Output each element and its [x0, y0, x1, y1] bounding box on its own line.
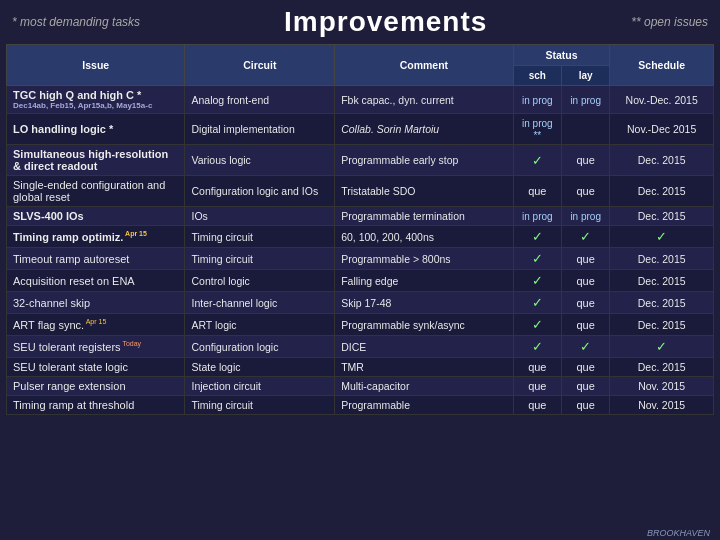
cell-lay: in prog	[561, 207, 609, 226]
cell-sch: in prog	[513, 86, 561, 114]
col-comment: Comment	[335, 45, 513, 86]
cell-lay: ✓	[561, 336, 609, 358]
table-row: SLVS-400 IOsIOsProgrammable terminationi…	[7, 207, 714, 226]
cell-schedule: Dec. 2015	[610, 145, 714, 176]
table-row: LO handling logic *Digital implementatio…	[7, 114, 714, 145]
super-text: Apr 15	[84, 318, 106, 325]
check-icon: ✓	[580, 339, 591, 354]
cell-schedule: Dec. 2015	[610, 248, 714, 270]
header: * most demanding tasks Improvements ** o…	[0, 0, 720, 44]
cell-issue: SLVS-400 IOs	[7, 207, 185, 226]
cell-comment: Falling edge	[335, 270, 513, 292]
cell-lay: que	[561, 248, 609, 270]
cell-sch: ✓	[513, 336, 561, 358]
cell-sch: que	[513, 358, 561, 377]
check-icon: ✓	[532, 153, 543, 168]
header-title: Improvements	[284, 6, 487, 38]
que-text: que	[576, 399, 594, 411]
cell-sch: in prog	[513, 207, 561, 226]
cell-sch: ✓	[513, 145, 561, 176]
table-row: SEU tolerant state logicState logicTMRqu…	[7, 358, 714, 377]
in-prog-text: in prog	[522, 211, 553, 222]
in-prog-text: in prog	[570, 95, 601, 106]
cell-circuit: Control logic	[185, 270, 335, 292]
cell-issue: Timing ramp at threshold	[7, 396, 185, 415]
cell-comment: DICE	[335, 336, 513, 358]
cell-comment: Collab. Sorin Martoiu	[335, 114, 513, 145]
table-row: Single-ended configuration and global re…	[7, 176, 714, 207]
table-row: ART flag sync. Apr 15ART logicProgrammab…	[7, 314, 714, 336]
cell-sch: ✓	[513, 292, 561, 314]
cell-circuit: Digital implementation	[185, 114, 335, 145]
cell-circuit: Configuration logic and IOs	[185, 176, 335, 207]
table-row: 32-channel skipInter-channel logicSkip 1…	[7, 292, 714, 314]
cell-circuit: Inter-channel logic	[185, 292, 335, 314]
table-row: Acquisition reset on ENAControl logicFal…	[7, 270, 714, 292]
header-right-note: ** open issues	[631, 15, 708, 29]
check-icon: ✓	[532, 339, 543, 354]
col-schedule: Schedule	[610, 45, 714, 86]
cell-comment: Programmable > 800ns	[335, 248, 513, 270]
cell-sch: que	[513, 176, 561, 207]
cell-sch: in prog **	[513, 114, 561, 145]
cell-sch: ✓	[513, 226, 561, 248]
cell-issue: Simultaneous high-resolution & direct re…	[7, 145, 185, 176]
cell-issue: ART flag sync. Apr 15	[7, 314, 185, 336]
table-row: Simultaneous high-resolution & direct re…	[7, 145, 714, 176]
cell-circuit: Injection circuit	[185, 377, 335, 396]
cell-schedule: Dec. 2015	[610, 358, 714, 377]
check-icon: ✓	[532, 317, 543, 332]
check-icon: ✓	[532, 229, 543, 244]
cell-issue: LO handling logic *	[7, 114, 185, 145]
cell-comment: Programmable termination	[335, 207, 513, 226]
cell-lay: que	[561, 358, 609, 377]
col-status: Status	[513, 45, 610, 66]
cell-circuit: Timing circuit	[185, 226, 335, 248]
cell-issue: TGC high Q and high C *Dec14ab, Feb15, A…	[7, 86, 185, 114]
cell-issue: SEU tolerant state logic	[7, 358, 185, 377]
in-prog-text: in prog **	[522, 118, 553, 141]
que-text: que	[576, 380, 594, 392]
col-circuit: Circuit	[185, 45, 335, 86]
cell-schedule: Nov. 2015	[610, 396, 714, 415]
cell-schedule: ✓	[610, 226, 714, 248]
cell-comment: Tristatable SDO	[335, 176, 513, 207]
cell-schedule: Nov. 2015	[610, 377, 714, 396]
cell-lay	[561, 114, 609, 145]
check-icon: ✓	[532, 273, 543, 288]
cell-issue: Single-ended configuration and global re…	[7, 176, 185, 207]
col-issue: Issue	[7, 45, 185, 86]
in-prog-text: in prog	[522, 95, 553, 106]
cell-circuit: Various logic	[185, 145, 335, 176]
que-text: que	[576, 275, 594, 287]
cell-sch: que	[513, 396, 561, 415]
header-left-note: * most demanding tasks	[12, 15, 140, 29]
cell-comment: Fbk capac., dyn. current	[335, 86, 513, 114]
cell-lay: ✓	[561, 226, 609, 248]
check-icon: ✓	[656, 229, 667, 244]
que-text: que	[528, 380, 546, 392]
issue-sub: Dec14ab, Feb15, Apr15a,b, May15a-c	[13, 101, 178, 110]
super-today: Today	[121, 340, 142, 347]
cell-schedule: Dec. 2015	[610, 207, 714, 226]
check-icon: ✓	[532, 251, 543, 266]
que-text: que	[528, 185, 546, 197]
que-text: que	[576, 361, 594, 373]
check-icon: ✓	[532, 295, 543, 310]
que-text: que	[576, 154, 594, 166]
col-lay: lay	[561, 66, 609, 86]
cell-issue: Pulser range extension	[7, 377, 185, 396]
cell-schedule: Nov.-Dec. 2015	[610, 86, 714, 114]
cell-comment: Multi-capacitor	[335, 377, 513, 396]
cell-issue: Timing ramp optimiz. Apr 15	[7, 226, 185, 248]
main-page: * most demanding tasks Improvements ** o…	[0, 0, 720, 540]
cell-sch: ✓	[513, 270, 561, 292]
que-text: que	[576, 319, 594, 331]
cell-circuit: Timing circuit	[185, 248, 335, 270]
cell-schedule: Dec. 2015	[610, 176, 714, 207]
cell-comment: TMR	[335, 358, 513, 377]
cell-lay: que	[561, 396, 609, 415]
cell-comment: Programmable	[335, 396, 513, 415]
table-row: Timing ramp at thresholdTiming circuitPr…	[7, 396, 714, 415]
que-text: que	[576, 185, 594, 197]
